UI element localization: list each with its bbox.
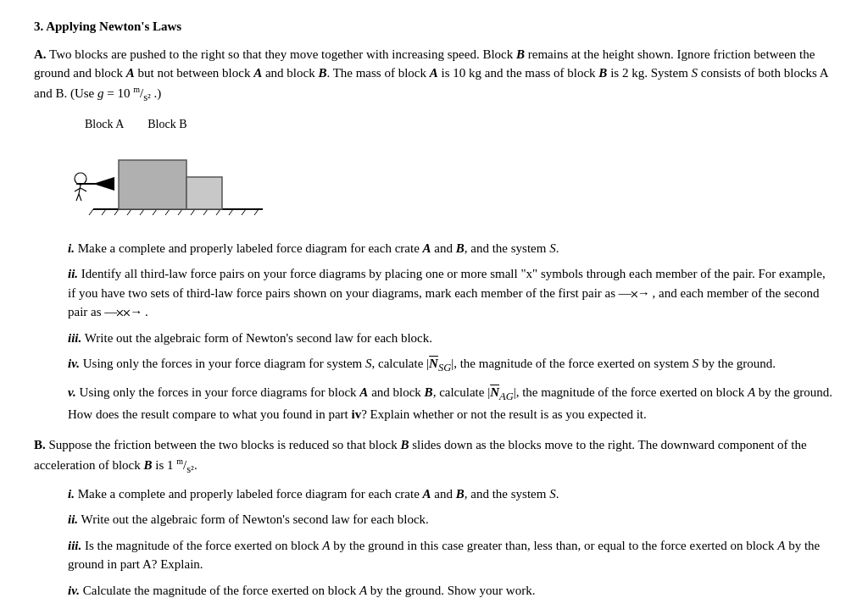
svg-line-21: [76, 194, 79, 201]
part-b: B. Suppose the friction between the two …: [34, 435, 834, 600]
svg-line-22: [79, 194, 81, 201]
svg-line-12: [229, 209, 233, 215]
svg-line-9: [191, 209, 195, 215]
part-a-subpart-ii: ii. Identify all third-law force pairs o…: [68, 264, 834, 322]
svg-line-11: [216, 209, 220, 215]
part-a-subpart-v: v. Using only the forces in your force d…: [68, 383, 834, 424]
part-b-subpart-iv: iv. Calculate the magnitude of the force…: [68, 581, 834, 601]
svg-line-3: [114, 209, 119, 215]
diagram-label-b: Block B: [147, 115, 186, 133]
svg-rect-16: [186, 177, 222, 209]
svg-line-24: [81, 188, 86, 191]
svg-line-13: [242, 209, 246, 215]
part-b-label: B.: [34, 438, 46, 451]
part-a-label: A.: [34, 47, 47, 61]
svg-rect-15: [119, 160, 186, 209]
svg-line-7: [165, 209, 170, 215]
part-a-subpart-i: i. Make a complete and properly labeled …: [68, 239, 834, 258]
blocks-diagram: [68, 135, 271, 225]
svg-line-10: [203, 209, 208, 215]
part-b-subpart-ii: ii. Write out the algebraic form of Newt…: [68, 510, 834, 529]
svg-line-8: [178, 209, 182, 215]
diagram-area: Block A Block B: [34, 115, 834, 225]
diagram-label-a: Block A: [85, 115, 124, 133]
svg-line-5: [140, 209, 144, 215]
svg-line-1: [89, 209, 93, 215]
part-b-subpart-i: i. Make a complete and properly labeled …: [68, 484, 834, 504]
part-b-text: B. Suppose the friction between the two …: [34, 435, 834, 477]
part-b-subpart-iii: iii. Is the magnitude of the force exert…: [68, 536, 834, 574]
svg-point-19: [75, 173, 86, 185]
part-a-subpart-iii: iii. Write out the algebraic form of New…: [68, 329, 834, 348]
part-a-text: A. Two blocks are pushed to the right so…: [34, 45, 834, 106]
svg-line-14: [254, 209, 259, 215]
section-title: 3. Applying Newton's Laws: [34, 17, 834, 36]
part-a: A. Two blocks are pushed to the right so…: [34, 45, 834, 424]
svg-line-4: [127, 209, 131, 215]
blocks-svg: [68, 135, 271, 219]
svg-line-2: [102, 209, 106, 215]
part-a-subpart-iv: iv. Using only the forces in your force …: [68, 354, 834, 376]
svg-line-6: [153, 209, 157, 215]
diagram-labels: Block A Block B: [85, 115, 187, 133]
